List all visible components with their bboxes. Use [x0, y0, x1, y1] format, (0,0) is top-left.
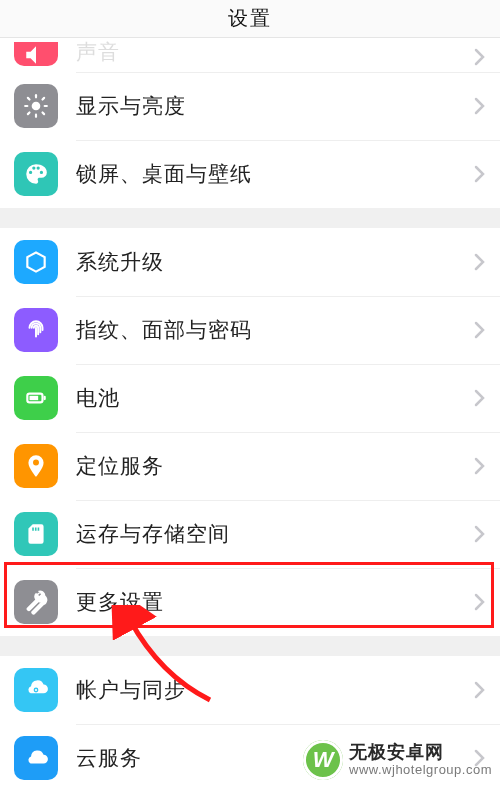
watermark-brand: 无极安卓网	[349, 743, 492, 763]
chevron-right-icon	[474, 253, 486, 271]
watermark-logo: W	[303, 740, 343, 780]
svg-point-13	[35, 689, 37, 691]
fingerprint-icon	[14, 308, 58, 352]
watermark-text: 无极安卓网 www.wjhotelgroup.com	[349, 743, 492, 777]
row-label: 运存与存储空间	[76, 520, 474, 548]
chevron-right-icon	[474, 525, 486, 543]
row-label: 显示与亮度	[76, 92, 474, 120]
row-label: 电池	[76, 384, 474, 412]
row-label: 更多设置	[76, 588, 474, 616]
watermark-logo-text: W	[313, 747, 334, 773]
page-title: 设置	[228, 5, 272, 32]
sound-icon	[14, 42, 58, 66]
row-storage[interactable]: 运存与存储空间	[0, 500, 500, 568]
svg-line-7	[28, 113, 30, 115]
chevron-right-icon	[474, 389, 486, 407]
battery-icon	[14, 376, 58, 420]
row-system-update[interactable]: 系统升级	[0, 228, 500, 296]
row-location[interactable]: 定位服务	[0, 432, 500, 500]
settings-group-1: 声音 显示与亮度 锁屏、桌面与壁纸	[0, 38, 500, 208]
settings-screen: 设置 声音 显示与亮度 锁屏、桌面与壁纸	[0, 0, 500, 790]
chevron-right-icon	[474, 48, 486, 66]
palette-icon	[14, 152, 58, 196]
row-label: 声音	[76, 38, 474, 66]
svg-rect-10	[44, 396, 46, 400]
watermark-url: www.wjhotelgroup.com	[349, 763, 492, 777]
svg-rect-11	[30, 396, 39, 400]
wrench-icon	[14, 580, 58, 624]
section-gap	[0, 208, 500, 228]
header-bar: 设置	[0, 0, 500, 38]
chevron-right-icon	[474, 321, 486, 339]
location-pin-icon	[14, 444, 58, 488]
chevron-right-icon	[474, 457, 486, 475]
sd-card-icon	[14, 512, 58, 556]
section-gap	[0, 636, 500, 656]
row-label: 定位服务	[76, 452, 474, 480]
settings-group-2: 系统升级 指纹、面部与密码 电池	[0, 228, 500, 636]
row-label: 系统升级	[76, 248, 474, 276]
row-biometric[interactable]: 指纹、面部与密码	[0, 296, 500, 364]
row-label: 指纹、面部与密码	[76, 316, 474, 344]
chevron-right-icon	[474, 681, 486, 699]
watermark: W 无极安卓网 www.wjhotelgroup.com	[303, 740, 492, 780]
chevron-right-icon	[474, 593, 486, 611]
row-more-settings[interactable]: 更多设置	[0, 568, 500, 636]
chevron-right-icon	[474, 97, 486, 115]
cloud-icon	[14, 736, 58, 780]
chevron-right-icon	[474, 165, 486, 183]
row-sound[interactable]: 声音	[0, 38, 500, 72]
cloud-sync-icon	[14, 668, 58, 712]
svg-line-5	[28, 98, 30, 100]
row-account-sync[interactable]: 帐户与同步	[0, 656, 500, 724]
row-label: 锁屏、桌面与壁纸	[76, 160, 474, 188]
brightness-icon	[14, 84, 58, 128]
svg-point-0	[32, 102, 41, 111]
row-display[interactable]: 显示与亮度	[0, 72, 500, 140]
svg-line-8	[43, 98, 45, 100]
row-battery[interactable]: 电池	[0, 364, 500, 432]
row-wallpaper[interactable]: 锁屏、桌面与壁纸	[0, 140, 500, 208]
cube-icon	[14, 240, 58, 284]
svg-line-6	[43, 113, 45, 115]
row-label: 帐户与同步	[76, 676, 474, 704]
